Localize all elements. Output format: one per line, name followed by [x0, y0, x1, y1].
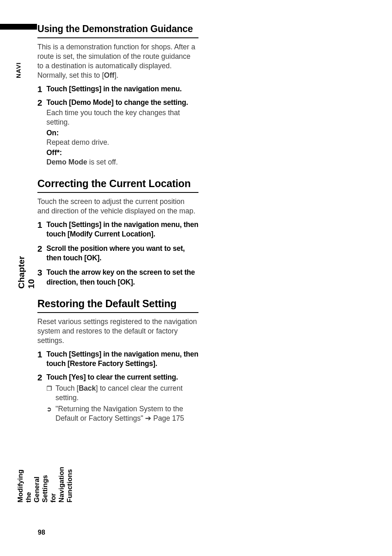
step-head: Scroll the position where you want to se… — [46, 244, 198, 263]
section1-title: Using the Demonstration Guidance — [37, 23, 198, 35]
step-head: Touch the arrow key on the screen to set… — [46, 268, 198, 287]
section3-rule — [37, 312, 198, 313]
value-off-label: Off*: — [46, 148, 198, 158]
section1-step2: 2 Touch [Demo Mode] to change the settin… — [37, 98, 198, 167]
value-on-label: On: — [46, 128, 198, 138]
step-head: Touch [Settings] in the navigation menu,… — [46, 220, 198, 239]
step-number: 2 — [37, 373, 46, 382]
step-number: 1 — [37, 350, 46, 359]
step-head: Touch [Demo Mode] to change the setting. — [46, 98, 198, 107]
section1-intro-off: Off — [104, 71, 114, 79]
arrow-icon: ➔ — [145, 414, 151, 422]
step-body: Touch [Settings] in the navigation menu,… — [46, 220, 198, 239]
section2-step3: 3 Touch the arrow key on the screen to s… — [37, 268, 198, 287]
section1-intro: This is a demonstration function for sho… — [37, 42, 198, 80]
step-head: Touch [Settings] in the navigation menu. — [46, 84, 198, 94]
note-box-back: ❐ Touch [Back] to cancel clear the curre… — [46, 384, 198, 403]
page-number: 98 — [38, 529, 45, 536]
main-content: Using the Demonstration Guidance This is… — [37, 23, 198, 424]
demo-mode-bold: Demo Mode — [46, 158, 87, 166]
step-number: 2 — [37, 98, 46, 107]
note1-a: Touch [ — [55, 384, 78, 392]
section2-step2: 2 Scroll the position where you want to … — [37, 244, 198, 263]
note1-back-bold: Back — [78, 384, 96, 392]
section1-rule — [37, 37, 198, 38]
step-body: Touch the arrow key on the screen to set… — [46, 268, 198, 287]
section2-intro: Touch the screen to adjust the current p… — [37, 197, 198, 216]
step-body: Touch [Settings] in the navigation menu,… — [46, 350, 198, 368]
section3-step2: 2 Touch [Yes] to clear the current setti… — [37, 373, 198, 382]
note-text: Touch [Back] to cancel clear the current… — [55, 384, 198, 403]
note2-b: Page 175 — [151, 414, 184, 422]
crossref-icon: ➲ — [46, 404, 55, 413]
box-icon: ❐ — [46, 384, 55, 393]
side-rail: NAVI Chapter 10 Modifying the General Se… — [15, 25, 27, 535]
section3-intro: Reset various settings registered to the… — [37, 317, 198, 345]
step-number: 1 — [37, 84, 46, 94]
demo-mode-rest: is set off. — [87, 158, 118, 166]
step-subtext: Each time you touch the key changes that… — [46, 108, 198, 127]
step-body: Touch [Demo Mode] to change the setting.… — [46, 98, 198, 167]
note-text: "Returning the Navigation System to the … — [55, 404, 198, 423]
step-body: Scroll the position where you want to se… — [46, 244, 198, 263]
side-navi-label: NAVI — [15, 62, 22, 78]
section2-step1: 1 Touch [Settings] in the navigation men… — [37, 220, 198, 239]
section1-intro-b: ]. — [114, 71, 118, 79]
step-number: 1 — [37, 220, 46, 229]
step-body: Touch [Settings] in the navigation menu. — [46, 84, 198, 94]
step-body: Touch [Yes] to clear the current setting… — [46, 373, 198, 382]
step-number: 3 — [37, 268, 46, 277]
section1-step1: 1 Touch [Settings] in the navigation men… — [37, 84, 198, 94]
section2-title: Correcting the Current Location — [37, 178, 198, 190]
side-section-title: Modifying the General Settings for Navig… — [16, 467, 74, 503]
value-off-desc: Demo Mode is set off. — [46, 158, 198, 167]
note-crossref: ➲ "Returning the Navigation System to th… — [46, 404, 198, 423]
section3-step1: 1 Touch [Settings] in the navigation men… — [37, 350, 198, 368]
section3-title: Restoring the Default Setting — [37, 298, 198, 310]
step-head: Touch [Yes] to clear the current setting… — [46, 373, 198, 382]
side-chapter-label: Chapter 10 — [16, 256, 36, 289]
section2-rule — [37, 192, 198, 193]
step-head: Touch [Settings] in the navigation menu,… — [46, 350, 198, 368]
value-on-desc: Repeat demo drive. — [46, 138, 198, 147]
step-number: 2 — [37, 244, 46, 253]
setting-values: On: Repeat demo drive. Off*: Demo Mode i… — [46, 128, 198, 167]
